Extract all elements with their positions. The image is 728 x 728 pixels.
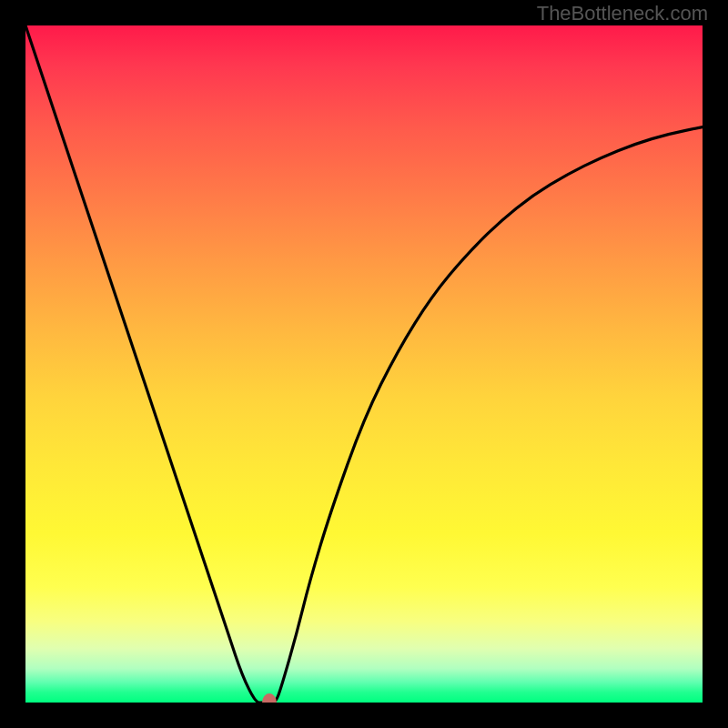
bottleneck-curve bbox=[25, 25, 703, 703]
curve-svg bbox=[25, 25, 703, 703]
plot-area bbox=[25, 25, 703, 703]
watermark: TheBottleneck.com bbox=[537, 2, 708, 25]
